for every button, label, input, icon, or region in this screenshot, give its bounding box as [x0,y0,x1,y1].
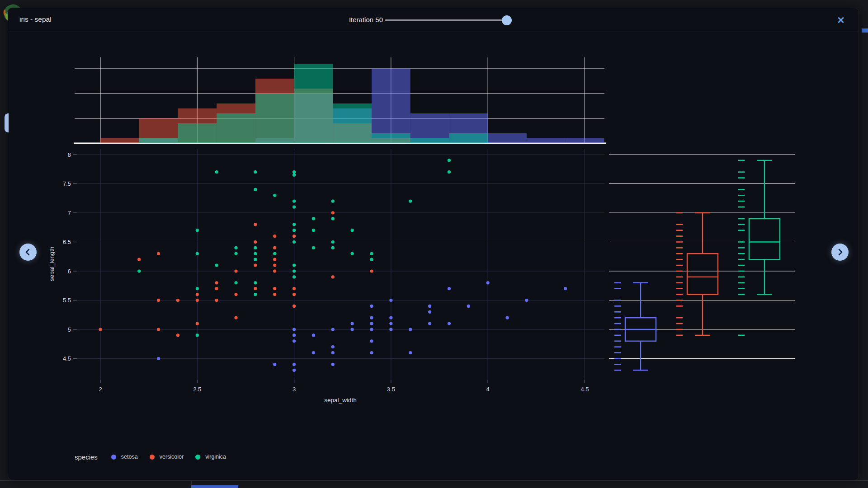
chart-modal [8,8,859,480]
legend-dot-virginica [195,455,200,460]
screen: iris - sepal Iteration 50 ✕ 22.533.544.5… [0,0,868,488]
legend: species setosa versicolor virginica [75,450,238,463]
panel-divider-horizontal [0,480,868,481]
chevron-right-icon [835,247,845,258]
iteration-label: Iteration 50 [294,16,383,23]
page-title: iris - sepal [19,15,52,23]
next-button[interactable] [831,244,849,261]
chevron-left-icon [23,247,33,258]
right-scroll-indicator[interactable] [862,28,868,33]
prev-button[interactable] [19,244,37,261]
legend-item-virginica[interactable]: virginica [195,454,226,460]
close-button[interactable]: ✕ [834,14,848,26]
legend-item-setosa[interactable]: setosa [111,454,138,460]
iteration-slider-thumb[interactable] [502,15,512,25]
drawer-handle[interactable] [5,113,9,132]
bottom-scroll-indicator[interactable] [191,485,238,488]
legend-item-versicolor[interactable]: versicolor [150,454,184,460]
close-icon: ✕ [837,15,845,25]
legend-item-label: setosa [121,454,138,460]
legend-dot-setosa [111,455,116,460]
legend-title: species [75,453,98,461]
legend-item-label: versicolor [160,454,184,460]
iteration-slider-track[interactable] [385,19,507,21]
legend-item-label: virginica [205,454,226,460]
legend-dot-versicolor [150,455,155,460]
